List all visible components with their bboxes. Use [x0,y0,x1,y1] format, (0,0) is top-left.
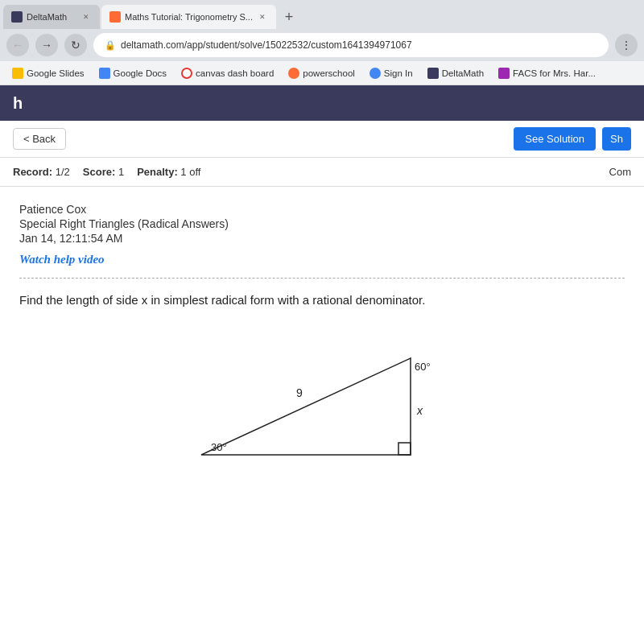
problem-text: Find the length of side x in simplest ra… [19,291,625,310]
angle-30-label: 30° [211,441,227,453]
page-content: h < Back See Solution Sh Record: 1/2 Sco… [0,85,644,644]
main-content: Patience Cox Special Right Triangles (Ra… [0,187,644,644]
bookmark-label-docs: Google Docs [114,68,167,78]
address-text: deltamath.com/app/student/solve/15022532… [121,39,412,51]
section-divider [19,278,625,279]
tab-close-deltamath[interactable]: ✕ [80,11,92,23]
score-value: 1 [118,166,124,178]
see-solution-button[interactable]: See Solution [514,127,596,151]
bookmarks-bar: Google Slides Google Docs canvas dash bo… [0,61,644,85]
bookmark-label-signin: Sign In [384,68,413,78]
tab-favicon-maths [109,11,121,23]
bookmark-favicon-docs [99,68,110,79]
bookmark-favicon-signin [369,68,381,79]
address-input[interactable]: 🔒 deltamath.com/app/student/solve/150225… [93,33,609,57]
bookmark-favicon-slides [12,68,23,79]
record-value: 1/2 [56,166,70,178]
problem-date: Jan 14, 12:11:54 AM [19,232,625,245]
sh-button[interactable]: Sh [602,127,631,151]
bookmark-favicon-power [288,68,299,79]
back-button[interactable]: ← [6,34,29,56]
side-9-label: 9 [296,386,303,399]
penalty-label-text: Penalty: [137,166,178,178]
penalty-label: Penalty: 1 off [137,166,200,178]
bookmark-favicon-facs [498,68,510,79]
tab-bar: DeltaMath ✕ Maths Tutorial: Trigonometry… [0,0,644,29]
record-label-text: Record: [13,166,52,178]
bookmark-deltamath[interactable]: DeltaMath [422,65,489,81]
triangle-shape [201,358,411,455]
score-label: Score: 1 [83,166,124,178]
bookmark-label-canvas: canvas dash board [196,68,274,78]
side-x-label: x [416,404,423,417]
bookmark-canvas[interactable]: canvas dash board [175,65,279,81]
record-label: Record: 1/2 [13,166,70,178]
comp-label: Com [609,166,631,178]
tab-title-maths: Maths Tutorial: Trigonometry S... [125,12,253,22]
bookmark-favicon-canvas [181,68,192,79]
penalty-value: 1 off [180,166,200,178]
bookmark-google-docs[interactable]: Google Docs [93,65,172,81]
forward-button[interactable]: → [35,34,58,56]
student-name: Patience Cox [19,203,625,216]
tab-deltamath[interactable]: DeltaMath ✕ [3,5,100,29]
bookmark-favicon-delta [427,68,439,79]
tab-close-maths[interactable]: ✕ [257,11,268,23]
record-bar: Record: 1/2 Score: 1 Penalty: 1 off Com [0,158,644,187]
back-button-toolbar[interactable]: < Back [13,128,66,150]
toolbar-right: See Solution Sh [514,127,631,151]
angle-60-label: 60° [415,361,431,373]
address-bar-row: ← → ↻ 🔒 deltamath.com/app/student/solve/… [0,29,644,61]
triangle-svg: 30° 60° 9 x [153,326,491,487]
lock-icon: 🔒 [105,40,116,51]
bookmark-label-deltamath: DeltaMath [442,68,484,78]
watch-help-link[interactable]: Watch help video [19,253,625,266]
bookmark-label-slides: Google Slides [27,68,85,78]
header-app-name: h [13,94,23,113]
browser-chrome: DeltaMath ✕ Maths Tutorial: Trigonometry… [0,0,644,85]
add-tab-button[interactable]: + [278,6,300,28]
tab-favicon-deltamath [11,11,23,23]
score-label-text: Score: [83,166,115,178]
refresh-button[interactable]: ↻ [64,34,87,56]
toolbar: < Back See Solution Sh [0,121,644,158]
bookmark-label-powerschool: powerschool [303,68,355,78]
bookmark-google-slides[interactable]: Google Slides [6,65,90,81]
record-info: Record: 1/2 Score: 1 Penalty: 1 off [13,166,200,178]
tab-maths[interactable]: Maths Tutorial: Trigonometry S... ✕ [101,5,276,29]
bookmark-label-facs: FACS for Mrs. Har... [513,68,596,78]
bookmark-powerschool[interactable]: powerschool [283,65,361,81]
triangle-diagram: 30° 60° 9 x [19,326,625,487]
tab-title-deltamath: DeltaMath [27,12,76,22]
deltamath-header: h [0,85,644,121]
bookmark-facs[interactable]: FACS for Mrs. Har... [493,65,601,81]
problem-title: Special Right Triangles (Radical Answers… [19,217,625,230]
bookmark-signin[interactable]: Sign In [364,65,419,81]
right-angle-marker [398,443,411,455]
extensions-button[interactable]: ⋮ [615,34,638,56]
